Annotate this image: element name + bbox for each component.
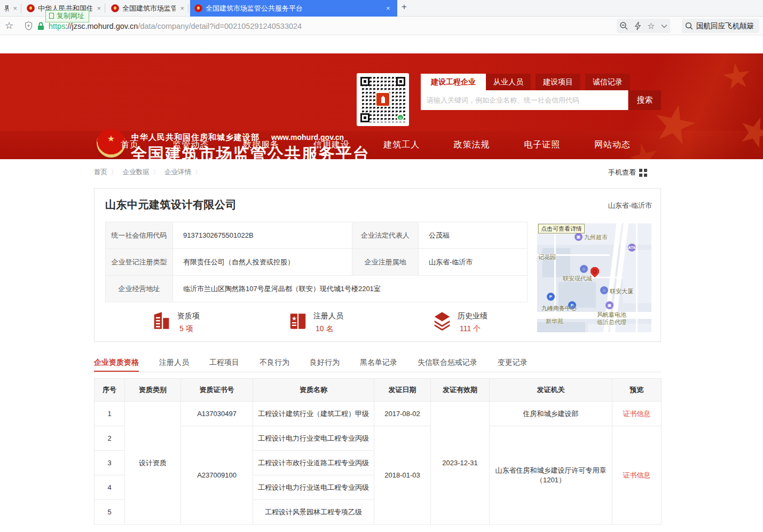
browser-tab-partial[interactable]: 界 × bbox=[0, 0, 21, 17]
tab-dishonesty[interactable]: 失信联合惩戒记录 bbox=[418, 354, 477, 372]
field-value: 91371302675501022B bbox=[173, 222, 352, 249]
qr-center-logo bbox=[375, 92, 390, 107]
nav-item-ecert[interactable]: 电子证照 bbox=[524, 139, 560, 151]
layers-icon bbox=[432, 310, 452, 331]
breadcrumb-company-data[interactable]: 企业数据 bbox=[122, 168, 149, 176]
breadcrumb-separator: 〉 bbox=[195, 169, 201, 175]
field-value: 公茂福 bbox=[419, 222, 528, 249]
map-label: 临沂总代理 bbox=[597, 318, 626, 326]
shield-plus-icon[interactable] bbox=[25, 21, 33, 30]
secure-lock-icon bbox=[37, 22, 44, 30]
map-label: 九峰商务中心 bbox=[541, 304, 577, 312]
tab-projects[interactable]: 工程项目 bbox=[209, 354, 239, 372]
company-info-table: 统一社会信用代码 91371302675501022B 企业法定代表人 公茂福 … bbox=[105, 222, 528, 302]
tab-bad-behavior[interactable]: 不良行为 bbox=[259, 354, 289, 372]
location-map[interactable]: ▣ 九州超市 ATM 记花园 ⌂ 联安现代城 ⌂ 联安大厦 P P 九峰商务中心… bbox=[537, 223, 651, 332]
search-input[interactable]: 请输入关键词，例如企业名称、统一社会信用代码 bbox=[421, 90, 628, 110]
nav-item-policy[interactable]: 政策法规 bbox=[454, 139, 490, 151]
search-icon bbox=[685, 22, 693, 30]
cert-no: A137030497 bbox=[181, 402, 253, 426]
nav-item-news[interactable]: 网站动态 bbox=[594, 139, 631, 151]
main-nav: 首页 监管动态 数据服务 信用建设 建筑工人 政策法规 电子证照 网站动态 bbox=[121, 131, 631, 159]
tab-good-behavior[interactable]: 良好行为 bbox=[310, 354, 340, 372]
row-no: 4 bbox=[95, 475, 125, 500]
breadcrumb-home[interactable]: 首页 bbox=[94, 168, 107, 176]
stat-qualifications: 资质项5 项 bbox=[152, 310, 200, 334]
breadcrumb-company-detail[interactable]: 企业详情 bbox=[164, 168, 191, 176]
mobile-view-link[interactable]: 手机查看 bbox=[608, 168, 647, 177]
nav-item-data-service[interactable]: 数据服务 bbox=[243, 139, 279, 151]
validity-date: 2023-12-31 bbox=[431, 402, 490, 525]
stat-performance: 历史业绩111 个 bbox=[432, 310, 487, 334]
nav-item-workers[interactable]: 建筑工人 bbox=[383, 139, 420, 151]
lightning-icon[interactable] bbox=[634, 21, 641, 30]
qual-category: 设计资质 bbox=[125, 402, 181, 525]
chevron-down-icon[interactable] bbox=[661, 24, 667, 28]
tab-favicon-emblem-icon bbox=[194, 4, 202, 12]
building-icon bbox=[152, 310, 172, 331]
row-no: 1 bbox=[95, 402, 125, 426]
map-label: 记花园 bbox=[538, 253, 556, 261]
qual-name: 工程设计电力行业变电工程专业丙级 bbox=[253, 426, 374, 451]
tab-close-icon[interactable]: × bbox=[97, 4, 101, 12]
nav-item-credit[interactable]: 信用建设 bbox=[313, 139, 350, 151]
company-name: 山东中元建筑设计有限公司 bbox=[105, 198, 237, 212]
tab-separator bbox=[105, 4, 105, 13]
site-banner: 中华人民共和国住房和城乡建设部www.mohurd.gov.cn 全国建筑市场监… bbox=[0, 53, 763, 159]
tab-separator bbox=[21, 4, 21, 13]
tab-qualifications[interactable]: 企业资质资格 bbox=[94, 354, 139, 372]
header-qr-code: S bbox=[357, 73, 409, 126]
tab-changes[interactable]: 变更记录 bbox=[498, 354, 528, 372]
badge-icon: ★ bbox=[288, 310, 308, 331]
nav-item-supervision[interactable]: 监管动态 bbox=[173, 139, 209, 151]
tab-blacklist[interactable]: 黑名单记录 bbox=[360, 354, 397, 372]
search-tab-enterprise[interactable]: 建设工程企业 bbox=[421, 74, 486, 90]
favorite-star-icon[interactable]: ☆ bbox=[647, 21, 655, 31]
certificate-info-link[interactable]: 证书信息 bbox=[612, 426, 662, 525]
tab-separator bbox=[188, 4, 188, 13]
row-no: 2 bbox=[95, 426, 125, 451]
map-marker-building: ⌂ bbox=[600, 286, 608, 294]
bookmark-star-icon[interactable]: ☆ bbox=[5, 20, 13, 32]
map-label: 联安大厦 bbox=[610, 287, 633, 295]
field-label: 企业经营地址 bbox=[106, 276, 173, 302]
header-search: 建设工程企业 从业人员 建设项目 诚信记录 请输入关键词，例如企业名称、统一社会… bbox=[421, 74, 661, 110]
tab-registered-personnel[interactable]: 注册人员 bbox=[159, 354, 189, 372]
zoom-out-icon[interactable] bbox=[619, 21, 628, 30]
search-tab-personnel[interactable]: 从业人员 bbox=[486, 74, 531, 90]
qual-name: 工程设计风景园林工程专项乙级 bbox=[253, 500, 374, 525]
copy-url-tooltip: 复制网址 bbox=[45, 10, 89, 22]
field-label: 企业法定代表人 bbox=[352, 222, 419, 249]
table-header-row: 序号 资质类别 资质证书号 资质名称 发证日期 发证有效期 发证机关 预览 bbox=[95, 379, 662, 402]
issue-date: 2017-08-02 bbox=[374, 402, 431, 426]
row-no: 5 bbox=[95, 500, 125, 525]
browser-tab-jzsc-1[interactable]: 全国建筑市场监管公共服务平台 × bbox=[107, 0, 188, 17]
field-value: 有限责任公司（自然人投资或控股） bbox=[173, 249, 352, 276]
map-marker-building: ⌂ bbox=[580, 265, 588, 273]
authority: 山东省住房和城乡建设厅许可专用章（1201） bbox=[490, 426, 612, 525]
search-button[interactable]: 搜索 bbox=[628, 90, 661, 110]
authority: 住房和城乡建设部 bbox=[490, 402, 612, 426]
map-label: 九州超市 bbox=[584, 233, 608, 241]
field-label: 企业注册属地 bbox=[352, 249, 419, 276]
new-tab-button[interactable]: + bbox=[402, 2, 407, 12]
qual-name: 工程设计建筑行业（建筑工程）甲级 bbox=[253, 402, 374, 426]
tab-close-icon[interactable]: × bbox=[180, 4, 184, 12]
qual-name: 工程设计市政行业道路工程专业丙级 bbox=[253, 451, 374, 475]
nav-item-home[interactable]: 首页 bbox=[121, 139, 139, 151]
issue-date: 2018-01-03 bbox=[374, 426, 431, 525]
tab-favicon-emblem-icon bbox=[27, 4, 35, 12]
stat-personnel: ★ 注册人员10 名 bbox=[288, 310, 343, 334]
search-tab-credit[interactable]: 诚信记录 bbox=[585, 74, 630, 90]
browser-tab-jzsc-active[interactable]: 全国建筑市场监管公共服务平台 × bbox=[190, 0, 397, 17]
url-text[interactable]: https://jzsc.mohurd.gov.cn/data/company/… bbox=[49, 22, 302, 30]
tab-close-icon[interactable]: × bbox=[386, 4, 390, 12]
quick-search-box[interactable]: 国航回应飞机颠簸 bbox=[682, 19, 759, 33]
svg-text:★: ★ bbox=[292, 315, 297, 322]
map-label: 新华苑 bbox=[546, 317, 563, 325]
field-value: 临沂市兰山区陶然路107号星河晶都（联安）现代城1号楼2201室 bbox=[173, 276, 528, 302]
certificate-info-link[interactable]: 证书信息 bbox=[612, 402, 662, 426]
search-tab-project[interactable]: 建设项目 bbox=[536, 74, 580, 90]
tab-favicon-emblem-icon bbox=[111, 4, 119, 12]
tab-close-icon[interactable]: × bbox=[13, 4, 17, 12]
